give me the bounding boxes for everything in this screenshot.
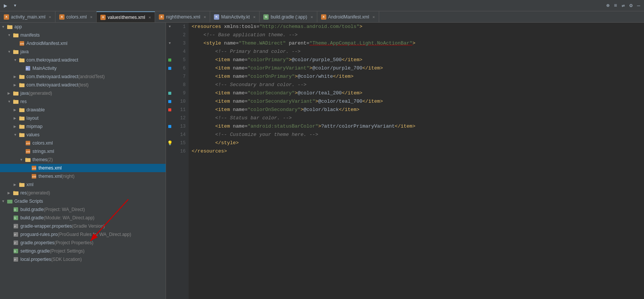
color-indicator[interactable]: [168, 59, 171, 62]
tab-build_gradle_app[interactable]: Gbuild.gradle (:app)×: [260, 11, 317, 22]
tab-label: activity_main.xml: [11, 14, 45, 20]
add-icon[interactable]: ⊕: [606, 2, 609, 9]
tree-item-mainactivity_kt[interactable]: ktMainActivity: [0, 64, 166, 72]
tree-item-mipmap[interactable]: ▶mipmap: [0, 122, 166, 131]
gutter-line-6: [166, 64, 174, 72]
tree-item-themes_xml_night[interactable]: xmlthemes.xml (night): [0, 172, 166, 180]
fold-icon[interactable]: ▼: [169, 25, 171, 29]
svg-text:P: P: [14, 242, 16, 244]
tab-night_themes[interactable]: Xnight\themes.xml×: [155, 11, 210, 22]
tree-item-gradle_props[interactable]: Pgradle.properties (Project Properties): [0, 239, 166, 247]
editor-area[interactable]: ▼▼💡 12345678910111213141516 <resources x…: [166, 23, 644, 299]
tree-item-local_props[interactable]: Plocal.properties (SDK Location): [0, 255, 166, 264]
tab-colors[interactable]: Xcolors.xml×: [55, 11, 97, 22]
color-indicator[interactable]: [168, 92, 171, 95]
tree-item-themes_folder[interactable]: ▼themes (2): [0, 156, 166, 164]
tree-item-settings_gradle[interactable]: Gsettings.gradle (Project Settings): [0, 247, 166, 255]
tree-item-androidmanifest_xml[interactable]: xmlAndroidManifest.xml: [0, 39, 166, 48]
token-comment: <!-- Base application theme. -->: [192, 31, 298, 39]
tree-item-label: java: [20, 49, 29, 54]
line-number-10: 10: [175, 97, 186, 106]
tree-item-strings_xml[interactable]: xmlstrings.xml: [0, 147, 166, 156]
line-number-6: 6: [175, 64, 186, 72]
gutter-line-1: ▼: [166, 23, 174, 31]
tree-item-java_generated[interactable]: ▶java (generated): [0, 89, 166, 97]
svg-rect-24: [13, 91, 15, 92]
tree-item-suffix: (Project: WA_Direct): [44, 207, 85, 212]
gutter-line-2: [166, 31, 174, 39]
tree-item-gradle_scripts[interactable]: ▼Gradle Scripts: [0, 197, 166, 205]
token-tag: >: [295, 89, 298, 97]
color-indicator[interactable]: [168, 67, 171, 70]
tree-item-label: gradle-wrapper.properties: [20, 223, 72, 229]
token-comment: <!-- Secondary brand color. -->: [192, 81, 306, 89]
color-indicator[interactable]: [168, 125, 171, 128]
tree-item-com_androidtest[interactable]: ▶com.thekroyaard.wadirect (androidTest): [0, 72, 166, 81]
tree-item-build_gradle_module[interactable]: Gbuild.gradle (Module: WA_Direct.app): [0, 214, 166, 222]
tree-item-themes_xml[interactable]: xmlthemes.xml: [0, 164, 166, 172]
svg-rect-53: [19, 183, 21, 183]
bulb-icon[interactable]: 💡: [167, 140, 173, 146]
tree-item-label: layout: [26, 116, 38, 121]
tab-close-icon[interactable]: ×: [90, 15, 92, 19]
tree-item-build_gradle_project[interactable]: Gbuild.gradle (Project: WA_Direct): [0, 205, 166, 214]
xml-icon: xml: [19, 40, 25, 46]
token-tag: <resources: [192, 23, 221, 31]
tree-item-res_generated[interactable]: ▶res (generated): [0, 189, 166, 197]
tree-item-com_main[interactable]: ▼com.thekroyaard.wadirect: [0, 56, 166, 64]
tree-item-gradle_wrapper[interactable]: Pgradle-wrapper.properties (Gradle Versi…: [0, 222, 166, 230]
token-attr: name=: [230, 64, 247, 72]
color-indicator[interactable]: [168, 108, 171, 111]
tab-close-icon[interactable]: ×: [310, 15, 313, 19]
tab-activity_main[interactable]: Xactivity_main.xml×: [0, 11, 55, 22]
tree-item-colors_xml[interactable]: xmlcolors.xml: [0, 139, 166, 147]
tree-item-proguard[interactable]: Pproguard-rules.pro (ProGuard Rules for …: [0, 230, 166, 239]
token-comment: <!-- Primary brand color. -->: [192, 48, 301, 56]
tree-item-values[interactable]: ▼values: [0, 131, 166, 139]
tree-arrow-icon: ▶: [14, 83, 19, 87]
list-icon[interactable]: ≡: [614, 3, 617, 9]
line-number-7: 7: [175, 72, 186, 81]
xml-icon: xml: [31, 165, 37, 171]
svg-rect-39: [19, 133, 21, 134]
color-indicator[interactable]: [168, 100, 171, 103]
tree-item-com_test[interactable]: ▶com.thekroyaard.wadirect (test): [0, 81, 166, 89]
token-tag: >: [318, 122, 321, 131]
token-tag: <item: [215, 106, 230, 114]
tab-close-icon[interactable]: ×: [204, 15, 206, 19]
tree-item-res[interactable]: ▼res: [0, 97, 166, 106]
tab-values_themes[interactable]: Xvalues\themes.xml×: [97, 11, 155, 22]
token-tag: </item>: [395, 122, 415, 131]
tab-close-icon[interactable]: ×: [49, 15, 51, 19]
tree-item-suffix: (Project Settings): [50, 248, 85, 254]
dropdown-arrow-icon[interactable]: ▼: [13, 3, 17, 8]
settings-icon[interactable]: ⚙: [629, 2, 632, 9]
gutter-line-11: [166, 106, 174, 114]
tree-item-suffix: (generated): [29, 91, 52, 96]
tab-close-icon[interactable]: ×: [149, 15, 151, 20]
code-line-6: <item name="colorPrimaryVariant">@color/…: [192, 64, 641, 72]
tab-mainactivity[interactable]: KMainActivity.kt×: [210, 11, 260, 22]
fold-icon[interactable]: ▼: [169, 42, 171, 45]
kt-icon: kt: [25, 65, 31, 71]
tree-item-xml_folder[interactable]: ▶xml: [0, 180, 166, 189]
xml-icon: xml: [31, 173, 37, 179]
minimize-icon[interactable]: —: [637, 3, 640, 9]
tree-item-label: themes.xml: [38, 174, 61, 179]
tree-item-java[interactable]: ▼java: [0, 48, 166, 56]
token-space: [192, 139, 215, 147]
sync-icon[interactable]: ⇌: [622, 2, 625, 9]
tab-close-icon[interactable]: ×: [253, 15, 255, 19]
folder-icon: [7, 24, 13, 30]
tab-androidmanifest[interactable]: XAndroidManifest.xml×: [317, 11, 379, 22]
tree-item-layout[interactable]: ▶layout: [0, 114, 166, 122]
code-line-9: <item name="colorSecondary">@color/teal_…: [192, 89, 641, 97]
tree-item-suffix: (Project Properties): [54, 240, 93, 245]
tree-item-label: MainActivity: [32, 66, 57, 71]
tree-item-drawable[interactable]: ▶drawable: [0, 106, 166, 114]
tree-item-suffix: (Gradle Version): [72, 223, 105, 229]
tab-close-icon[interactable]: ×: [372, 15, 375, 19]
token-str: "colorPrimary": [247, 56, 289, 64]
tree-item-manifests[interactable]: ▼manifests: [0, 31, 166, 39]
tree-item-app[interactable]: ▼app: [0, 23, 166, 31]
